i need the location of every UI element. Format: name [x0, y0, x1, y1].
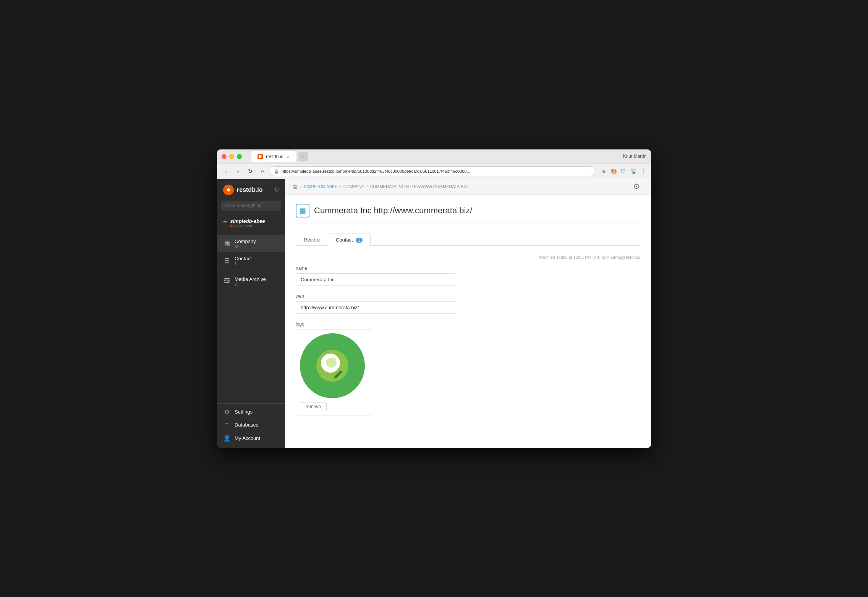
nav-bar: ‹ › ↻ ⌂ 🔒 https://simpledb-abee.restdb.i…	[217, 164, 651, 179]
settings-icon: ⚙	[223, 408, 231, 415]
shield-icon[interactable]: 🛡	[620, 167, 627, 175]
divider3	[217, 403, 285, 404]
db-env: development	[230, 224, 265, 228]
search-input[interactable]	[221, 201, 281, 211]
home-button[interactable]: ⌂	[257, 166, 267, 176]
tab-record[interactable]: Record	[296, 234, 328, 246]
settings-label: Settings	[235, 409, 253, 415]
sidebar-bottom: ⚙ Settings ≡ Databases 👤 My Account	[217, 402, 285, 448]
logo-svg	[308, 341, 357, 391]
database-icon: ≡	[223, 219, 227, 227]
logo-label: restdb.io	[237, 187, 263, 193]
breadcrumb: 🏠 / SIMPLEDB-ABEE / COMPANY / CUMMERATA …	[285, 179, 651, 195]
media-count: 2	[235, 282, 266, 287]
form-section: Modified Today at 12:01 PM (v.3) by knut…	[296, 255, 640, 415]
page-title: Cummerata Inc http://www.cummerata.biz/	[314, 206, 472, 216]
color-icon[interactable]: 🎨	[610, 167, 617, 175]
menu-icon[interactable]: ⋮	[640, 167, 647, 175]
name-field-group: name	[296, 266, 640, 286]
tab-favicon-icon	[257, 154, 263, 159]
page-icon: ▦	[296, 204, 309, 217]
web-field-group: web	[296, 294, 640, 314]
tabs: Record Contact 1	[296, 233, 640, 246]
company-label: Company	[235, 238, 256, 244]
contact-info: Contact 1	[235, 255, 252, 266]
sidebar-logo: restdb.io ↻	[217, 179, 285, 201]
content-body: ▦ Cummerata Inc http://www.cummerata.biz…	[285, 195, 651, 448]
remove-button[interactable]: remove	[300, 402, 327, 411]
contact-label: Contact	[235, 256, 252, 261]
logo-icon	[223, 185, 234, 195]
databases-icon: ≡	[223, 422, 231, 428]
refresh-button[interactable]: ↻	[245, 166, 255, 176]
company-count: 32	[235, 245, 256, 249]
content-area: 🏠 / SIMPLEDB-ABEE / COMPANY / CUMMERATA …	[285, 179, 651, 448]
browser-user: Knut Martin	[623, 154, 646, 159]
traffic-lights	[222, 154, 242, 159]
web-label: web	[296, 294, 640, 299]
breadcrumb-current: CUMMERATA INC HTTP://WWW.CUMMERATA.BIZ/	[370, 184, 469, 189]
browser-window: restdb.io × + Knut Martin ‹ › ↻ ⌂ 🔒 http…	[217, 149, 651, 448]
divider	[217, 233, 285, 233]
name-label: name	[296, 266, 640, 271]
tab-title: restdb.io	[266, 154, 283, 159]
tab-contact-label: Contact	[336, 237, 353, 243]
databases-label: Databases	[235, 422, 258, 428]
media-info: Media Archive 2	[235, 276, 266, 287]
db-info: simpledb-abee development	[230, 218, 265, 228]
title-bar: restdb.io × + Knut Martin	[217, 149, 651, 164]
minimize-button[interactable]	[229, 154, 234, 159]
url-bar[interactable]: 🔒 https://simpledb-abee.restdb.io/home/d…	[270, 166, 595, 176]
sidebar-item-company[interactable]: ▦ Company 32	[217, 235, 285, 252]
sidebar-item-account[interactable]: 👤 My Account	[217, 432, 285, 445]
sidebar-item-media[interactable]: 🖼 Media Archive 2	[217, 273, 285, 290]
media-icon: 🖼	[223, 277, 231, 284]
tab-contact[interactable]: Contact 1	[328, 234, 371, 246]
breadcrumb-company[interactable]: COMPANY	[343, 184, 364, 189]
web-input[interactable]	[296, 301, 456, 314]
company-icon: ▦	[223, 240, 231, 247]
bookmark-icon[interactable]: ★	[600, 167, 607, 175]
modified-info: Modified Today at 12:01 PM (v.3) by knut…	[296, 255, 640, 260]
new-tab-button[interactable]: +	[298, 152, 308, 161]
sidebar-item-settings[interactable]: ⚙ Settings	[217, 405, 285, 419]
logo: restdb.io	[223, 185, 263, 195]
logo-field-group: logo	[296, 321, 640, 415]
cast-icon[interactable]: 📡	[630, 167, 637, 175]
maximize-button[interactable]	[237, 154, 242, 159]
close-button[interactable]	[222, 154, 227, 159]
db-name: simpledb-abee	[230, 218, 265, 224]
logo-label: logo	[296, 321, 640, 327]
gear-button[interactable]: ⚙	[630, 180, 643, 193]
name-input[interactable]	[296, 273, 456, 286]
company-info: Company 32	[235, 238, 256, 249]
tab-close-icon[interactable]: ×	[287, 154, 290, 160]
browser-tab[interactable]: restdb.io ×	[251, 151, 296, 162]
back-button[interactable]: ‹	[221, 166, 231, 176]
contact-icon: ☰	[223, 257, 231, 264]
page-header: ▦ Cummerata Inc http://www.cummerata.biz…	[296, 204, 640, 224]
main-layout: restdb.io ↻ ≡ simpledb-abee development …	[217, 179, 651, 448]
breadcrumb-home[interactable]: 🏠	[293, 184, 298, 189]
sidebar: restdb.io ↻ ≡ simpledb-abee development …	[217, 179, 285, 448]
nav-icons: ★ 🎨 🛡 📡 ⋮	[600, 167, 647, 175]
tab-area: restdb.io × +	[251, 151, 308, 162]
contact-count: 1	[235, 262, 252, 266]
divider2	[217, 271, 285, 271]
sidebar-refresh-icon[interactable]: ↻	[274, 186, 279, 193]
media-label: Media Archive	[235, 276, 266, 282]
breadcrumb-simpledb[interactable]: SIMPLEDB-ABEE	[304, 184, 338, 189]
tab-contact-badge: 1	[356, 238, 363, 243]
forward-button[interactable]: ›	[233, 166, 243, 176]
sidebar-item-databases[interactable]: ≡ Databases	[217, 419, 285, 432]
account-icon: 👤	[223, 435, 231, 442]
logo-container: remove	[296, 329, 372, 415]
database-header: ≡ simpledb-abee development	[217, 215, 285, 231]
logo-image	[300, 333, 365, 398]
account-label: My Account	[235, 435, 260, 441]
sidebar-item-contact[interactable]: ☰ Contact 1	[217, 252, 285, 269]
ssl-lock-icon: 🔒	[274, 169, 279, 174]
url-text: https://simpledb-abee.restdb.io/home/db/…	[282, 169, 470, 174]
logo-dot	[227, 188, 230, 191]
